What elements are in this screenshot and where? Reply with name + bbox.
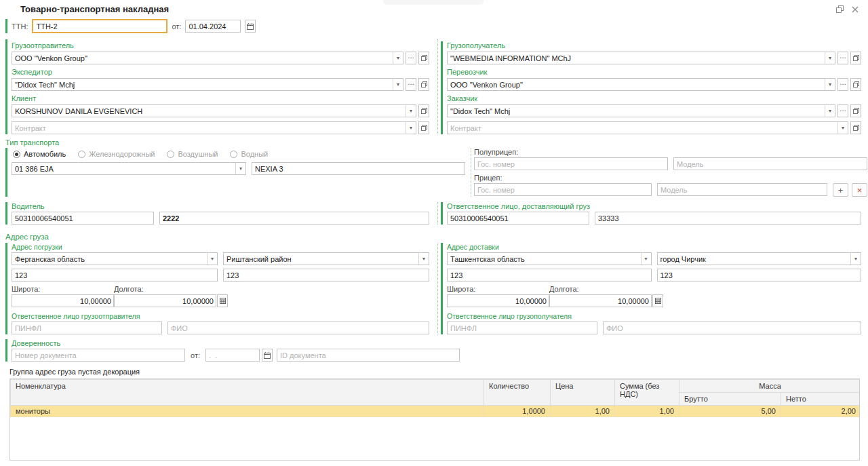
delivery-lat-input[interactable] [448, 295, 549, 307]
delivery-region-input[interactable] [448, 253, 641, 265]
delivery-lon-field [549, 294, 652, 307]
radio-air[interactable]: Воздушный [167, 150, 218, 158]
client-input[interactable] [12, 105, 406, 117]
delivery-pinfl-input[interactable] [448, 322, 597, 334]
shipper-open-button[interactable] [418, 52, 429, 64]
carrier-input[interactable] [448, 79, 825, 90]
cell-gross[interactable]: 5,00 [679, 406, 781, 417]
shipper-input[interactable] [12, 52, 393, 64]
chevron-down-icon[interactable]: ▾ [393, 79, 403, 90]
carrier-showall-button[interactable]: … [837, 78, 848, 91]
trailer-gov-number-input[interactable] [475, 184, 651, 195]
delivery-address1-input[interactable] [448, 269, 651, 281]
consignee-input[interactable] [448, 52, 825, 64]
vehicle-number-input[interactable] [12, 163, 235, 174]
column-header-nomenclature[interactable]: Номенклатура [11, 380, 484, 406]
customer-contract-input[interactable] [448, 122, 837, 134]
loading-address1-input[interactable] [12, 269, 217, 281]
chevron-down-icon[interactable]: ▾ [418, 253, 429, 265]
chevron-down-icon[interactable]: ▾ [207, 253, 217, 265]
cell-price[interactable]: 1,00 [551, 406, 615, 417]
cell-sum[interactable]: 1,00 [615, 406, 679, 417]
ttn-number-input[interactable] [33, 20, 166, 32]
table-row[interactable]: мониторы 1,0000 1,00 1,00 5,00 2,00 [11, 406, 861, 417]
chevron-down-icon[interactable]: ▾ [641, 253, 651, 265]
cell-nomenclature[interactable]: мониторы [11, 406, 484, 417]
delivery-address-group: Адрес доставки ▾ ▾ [441, 243, 861, 334]
responsible-pinfl-input[interactable] [448, 212, 589, 224]
customer-open-button[interactable] [850, 104, 861, 117]
responsible-name-input[interactable] [595, 212, 861, 224]
chevron-down-icon[interactable]: ▾ [825, 105, 835, 117]
consignee-open-button[interactable] [850, 52, 861, 64]
column-header-mass[interactable]: Масса [679, 380, 861, 393]
loading-fio-input[interactable] [168, 322, 429, 334]
ttn-header-group: ТТН: от: [5, 19, 861, 33]
radio-railway[interactable]: Железнодорожный [78, 150, 155, 158]
trailer-label: Прицеп: [474, 174, 867, 182]
delivery-address2-input[interactable] [658, 269, 861, 281]
loading-district-input[interactable] [224, 253, 418, 265]
consignee-showall-button[interactable]: … [837, 52, 848, 64]
driver-name-input[interactable] [160, 212, 429, 224]
loading-region-input[interactable] [12, 253, 207, 265]
carrier-open-button[interactable] [850, 78, 861, 91]
delivery-lon-calc-button[interactable] [652, 294, 663, 307]
forwarder-showall-button[interactable]: … [406, 78, 416, 91]
column-header-net[interactable]: Нетто [781, 393, 861, 406]
loading-pinfl-input[interactable] [12, 322, 161, 334]
transport-type-label: Тип транспорта [5, 138, 861, 147]
chevron-down-icon[interactable]: ▾ [850, 253, 861, 265]
column-header-sum[interactable]: Сумма (без НДС) [615, 380, 679, 406]
column-header-price[interactable]: Цена [551, 380, 615, 406]
chevron-down-icon[interactable]: ▾ [825, 52, 835, 64]
shipper-showall-button[interactable]: … [406, 52, 416, 64]
ttn-date-calendar-button[interactable] [245, 20, 256, 33]
loading-lat-input[interactable] [12, 295, 113, 307]
customer-input[interactable] [448, 105, 825, 117]
restore-window-icon[interactable] [836, 5, 844, 13]
customer-contract-open-button[interactable] [850, 121, 861, 134]
proxy-date-input[interactable] [206, 349, 259, 361]
trailer-model-input[interactable] [658, 184, 827, 195]
loading-lon-input[interactable] [115, 295, 216, 307]
semitrailer-model-input[interactable] [674, 158, 867, 170]
driver-pinfl-input[interactable] [12, 212, 153, 224]
loading-address2-input[interactable] [224, 269, 429, 281]
cell-quantity[interactable]: 1,0000 [484, 406, 551, 417]
ttn-date-input[interactable] [186, 20, 240, 32]
vehicle-model-input[interactable] [252, 163, 465, 174]
chevron-down-icon[interactable]: ▾ [393, 52, 403, 64]
cell-net[interactable]: 2,00 [781, 406, 861, 417]
chevron-down-icon[interactable]: ▾ [406, 122, 416, 134]
forwarder-open-button[interactable] [418, 78, 429, 91]
column-header-quantity[interactable]: Количество [484, 380, 551, 406]
chevron-down-icon[interactable]: ▾ [406, 105, 416, 117]
delivery-district-input[interactable] [658, 253, 851, 265]
customer-showall-button[interactable]: … [837, 104, 848, 117]
radio-water[interactable]: Водный [230, 150, 268, 158]
open-icon [853, 125, 859, 131]
client-open-button[interactable] [418, 104, 429, 117]
remove-trailer-button[interactable]: × [852, 183, 867, 197]
chevron-down-icon[interactable]: ▾ [837, 122, 848, 134]
add-trailer-button[interactable]: + [833, 183, 848, 197]
delivery-address2-field [657, 269, 862, 281]
proxy-number-input[interactable] [12, 349, 184, 361]
proxy-date-calendar-button[interactable] [262, 349, 273, 362]
proxy-id-input[interactable] [277, 349, 459, 361]
delivery-fio-input[interactable] [604, 322, 861, 334]
column-header-gross[interactable]: Брутто [679, 393, 781, 406]
chevron-down-icon[interactable]: ▾ [825, 79, 835, 90]
forwarder-input[interactable] [12, 79, 393, 90]
loading-lon-calc-button[interactable] [217, 294, 228, 307]
chevron-down-icon[interactable]: ▾ [235, 163, 245, 174]
close-window-icon[interactable] [852, 6, 859, 13]
delivery-lon-input[interactable] [550, 295, 651, 307]
radio-automobile[interactable]: Автомобиль [13, 150, 66, 158]
loading-fio-field [167, 322, 429, 334]
client-contract-open-button[interactable] [418, 121, 429, 134]
client-contract-input[interactable] [12, 122, 406, 134]
delivery-responsible-label: Ответственное лицо грузополучателя [447, 312, 861, 320]
semitrailer-gov-number-input[interactable] [475, 158, 667, 170]
